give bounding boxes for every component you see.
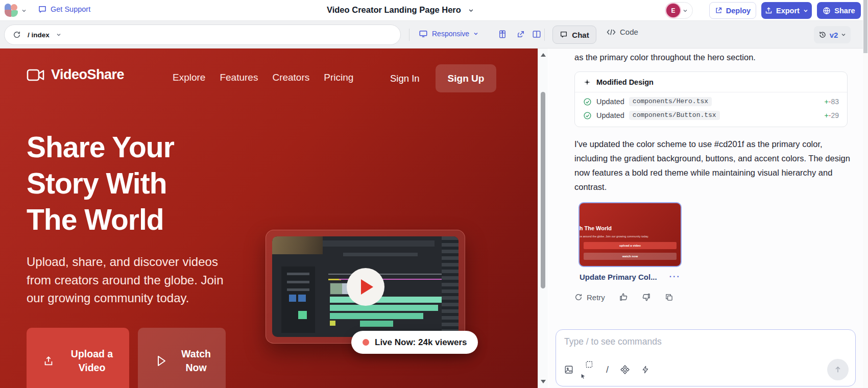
scroll-down-arrow[interactable]	[541, 380, 546, 383]
get-support-link[interactable]: Get Support	[38, 5, 90, 14]
chat-messages: as the primary color throughout the hero…	[548, 48, 863, 329]
share-button[interactable]: Share	[817, 2, 861, 19]
account-chevron-down-icon	[683, 8, 688, 13]
copy-icon[interactable]	[665, 293, 673, 302]
sign-up-button[interactable]: Sign Up	[436, 64, 496, 92]
mini-upload-button: upload a video	[584, 242, 677, 249]
file-update-row: Updated components/Button.tsx +-29	[583, 111, 839, 120]
update-action: Updated	[596, 98, 624, 106]
hero-nav: Explore Features Creators Pricing	[173, 72, 353, 83]
brand-name: VideoShare	[51, 67, 124, 83]
version-chevron-down-icon	[841, 32, 846, 37]
get-support-label: Get Support	[51, 5, 90, 13]
sparkle-icon	[583, 78, 591, 86]
scrollbar-thumb[interactable]	[541, 92, 545, 288]
site-preview: VideoShare Explore Features Creators Pri…	[0, 48, 538, 388]
version-selector[interactable]: v2	[814, 26, 851, 43]
file-update-row: Updated components/Hero.tsx +-83	[583, 97, 839, 106]
project-title-menu[interactable]: Video Creator Landing Page Hero	[327, 5, 473, 15]
app-logo[interactable]	[5, 4, 18, 17]
monitor-icon	[419, 29, 428, 38]
retry-icon	[574, 293, 583, 301]
file-chip[interactable]: components/Button.tsx	[629, 111, 720, 120]
code-icon	[607, 29, 616, 36]
divider	[575, 92, 847, 92]
sign-in-link[interactable]: Sign In	[390, 73, 420, 84]
responsive-label: Responsive	[432, 30, 469, 38]
tab-chat[interactable]: Chat	[552, 26, 596, 44]
nav-link-pricing[interactable]: Pricing	[324, 72, 353, 83]
hero-video-card[interactable]	[266, 230, 465, 344]
select-element-icon[interactable]	[585, 360, 594, 379]
attach-image-icon[interactable]	[564, 365, 573, 374]
mini-text: ideos around the globe. Join our growing…	[578, 235, 649, 238]
account-menu[interactable]: E	[665, 2, 693, 19]
live-now-badge: Live Now: 24k viewers	[351, 331, 478, 354]
preview-scrollbar[interactable]	[538, 48, 548, 388]
watch-now-label: Watch Now	[178, 347, 214, 375]
live-now-label: Live Now: 24k viewers	[375, 337, 467, 348]
thumbs-down-icon[interactable]	[642, 293, 651, 302]
lightning-icon[interactable]	[641, 365, 649, 374]
avatar: E	[666, 4, 680, 17]
logo-chevron-down-icon[interactable]	[21, 8, 27, 13]
chat-input[interactable]	[564, 336, 790, 347]
split-view-icon[interactable]	[532, 30, 541, 39]
upload-icon	[43, 355, 54, 367]
tab-code[interactable]: Code	[607, 28, 638, 36]
play-outline-icon	[156, 355, 166, 367]
refresh-icon[interactable]	[13, 31, 21, 39]
modified-design-card: Modified Design Updated components/Hero.…	[574, 71, 848, 127]
play-button[interactable]	[347, 268, 384, 306]
top-bar: Get Support Video Creator Landing Page H…	[0, 0, 868, 21]
more-options-icon[interactable]: ···	[669, 272, 681, 281]
preview-toolbar: / index Responsive	[0, 21, 868, 48]
window-scrollbar-thumb[interactable]	[863, 0, 867, 53]
url-bar[interactable]: / index	[4, 25, 401, 45]
nav-link-creators[interactable]: Creators	[272, 72, 309, 83]
nav-link-features[interactable]: Features	[220, 72, 258, 83]
videoshare-brand[interactable]: VideoShare	[27, 67, 124, 83]
version-thumbnail-block: th The World ideos around the globe. Joi…	[578, 202, 848, 281]
chat-bubble-icon	[560, 31, 568, 39]
integrations-icon[interactable]	[620, 365, 630, 374]
scroll-up-arrow[interactable]	[541, 53, 546, 57]
upload-video-button[interactable]: Upload a Video	[27, 328, 129, 388]
retry-button[interactable]: Retry	[574, 293, 605, 302]
component-inspector-icon[interactable]	[498, 30, 507, 39]
nav-link-explore[interactable]: Explore	[173, 72, 205, 83]
app-window: Get Support Video Creator Landing Page H…	[0, 0, 868, 388]
page-title: Video Creator Landing Page Hero	[327, 5, 461, 15]
watch-now-button[interactable]: Watch Now	[138, 328, 226, 388]
responsive-selector[interactable]: Responsive	[419, 29, 478, 38]
version-caption[interactable]: Update Primary Col...	[580, 273, 657, 281]
input-toolbar: /	[564, 360, 649, 379]
chat-panel: as the primary color throughout the hero…	[548, 48, 863, 388]
export-button[interactable]: Export	[761, 2, 812, 19]
hero-description: Upload, share, and discover videos from …	[27, 253, 233, 307]
update-action: Updated	[596, 111, 624, 119]
send-button[interactable]	[827, 359, 849, 380]
chat-input-box[interactable]: /	[556, 329, 856, 386]
responsive-chevron-down-icon	[473, 31, 478, 36]
route-chevron-down-icon[interactable]	[56, 32, 61, 37]
support-chat-bubble-icon	[38, 5, 47, 14]
diff-count: +-29	[825, 111, 839, 119]
mini-watch-button: watch now	[584, 253, 677, 260]
diff-count: +-83	[825, 98, 839, 106]
upload-video-label: Upload a Video	[67, 347, 116, 375]
deploy-label: Deploy	[726, 7, 751, 15]
code-tab-label: Code	[620, 28, 638, 36]
deploy-button[interactable]: Deploy	[709, 2, 756, 19]
message-actions: Retry	[574, 293, 848, 302]
window-scrollbar[interactable]	[863, 0, 868, 388]
version-thumbnail[interactable]: th The World ideos around the globe. Joi…	[578, 202, 682, 267]
open-in-new-tab-icon[interactable]	[516, 30, 525, 39]
video-camera-icon	[27, 68, 45, 82]
thumbs-up-icon[interactable]	[619, 293, 628, 302]
retry-label: Retry	[587, 293, 605, 302]
live-dot-icon	[363, 339, 369, 346]
external-link-icon	[715, 7, 722, 14]
slash-command-icon[interactable]: /	[606, 365, 609, 375]
file-chip[interactable]: components/Hero.tsx	[629, 97, 712, 106]
